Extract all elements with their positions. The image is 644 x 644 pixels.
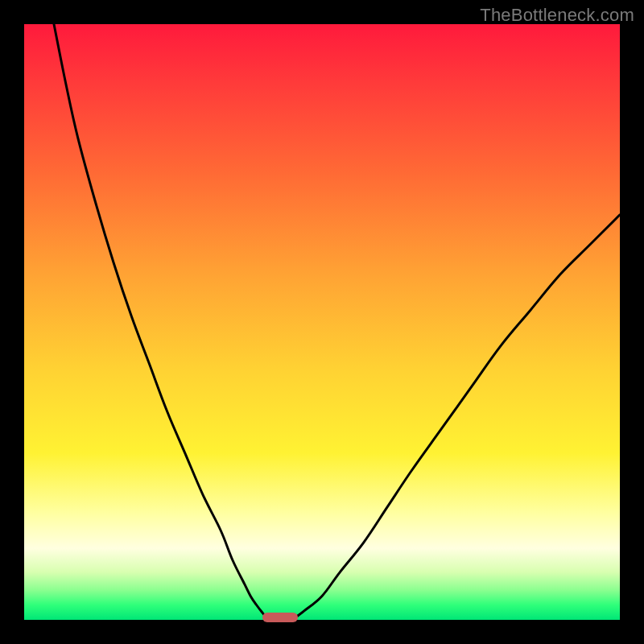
- plot-area: [24, 24, 620, 620]
- curve-left-branch: [54, 24, 268, 620]
- watermark-text: TheBottleneck.com: [480, 5, 634, 26]
- chart-frame: TheBottleneck.com: [0, 0, 644, 644]
- bottleneck-curve: [24, 24, 620, 620]
- curve-right-branch: [292, 215, 620, 620]
- minimum-marker: [262, 613, 298, 622]
